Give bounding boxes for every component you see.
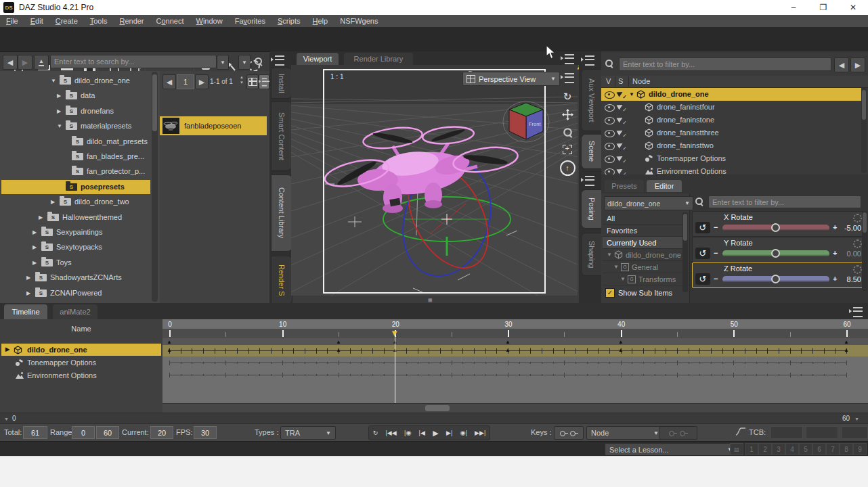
page-next-button[interactable]: ▶ <box>195 74 209 89</box>
timeline-name-environment-options[interactable]: Environment Options <box>1 369 161 381</box>
thumb-size-stepper[interactable]: ▲▼ <box>238 74 245 88</box>
selectability-cursor-icon[interactable] <box>617 154 626 162</box>
scene-node-drone-faninstthree[interactable]: drone_faninstthree <box>601 126 861 139</box>
menu-help[interactable]: Help <box>307 17 334 25</box>
tree-item-data[interactable]: ▶Sdata <box>1 89 150 103</box>
gear-icon[interactable] <box>853 214 862 223</box>
selectability-cursor-icon[interactable] <box>617 103 626 111</box>
list-view-button[interactable] <box>259 74 269 89</box>
selectability-cursor-icon[interactable] <box>617 90 626 98</box>
slider-handle[interactable] <box>771 223 780 232</box>
gear-icon[interactable] <box>853 239 862 248</box>
next-key-button[interactable]: ◉| <box>460 430 467 436</box>
slider-track[interactable] <box>722 250 829 257</box>
tree-item-posepresets[interactable]: Sposepresets <box>1 180 150 194</box>
nav-back-button[interactable]: ◀ <box>3 55 18 70</box>
param-group-favorites[interactable]: Favorites <box>603 225 687 237</box>
scene-back-button[interactable]: ◀ <box>834 57 849 72</box>
step-forward-button[interactable]: ▶| <box>446 430 452 436</box>
scene-scrollbar[interactable] <box>861 88 867 173</box>
slider-track[interactable] <box>722 225 829 231</box>
reset-view-icon[interactable]: ↑ <box>559 160 576 176</box>
tree-scrollbar-thumb[interactable] <box>152 74 157 131</box>
range-start-handle[interactable]: ▼ <box>4 417 9 421</box>
tree-item-shadowyartszcnarts[interactable]: ▶SShadowyartsZCNArts <box>1 271 150 285</box>
key-edit-buttons[interactable] <box>659 426 697 440</box>
tab-install[interactable]: Install <box>271 68 292 99</box>
track-options-0[interactable] <box>162 358 868 367</box>
visibility-eye-icon[interactable] <box>605 156 615 163</box>
timeline-name-tonemapper-options[interactable]: Tonemapper Options <box>1 356 161 369</box>
tree-item-zcnaipowered[interactable]: ▶SZCNAIPowered <box>1 286 150 300</box>
menu-file[interactable]: File <box>0 17 24 25</box>
tree-item-fan-blades-pre[interactable]: Sfan_blades_pre... <box>1 149 150 164</box>
show-sub-items-checkbox[interactable]: ✓Show Sub Items <box>603 287 685 298</box>
slider-handle[interactable] <box>771 275 780 283</box>
search-options-dropdown[interactable]: ▼ <box>238 55 251 70</box>
tab-timeline[interactable]: Timeline <box>4 304 47 319</box>
tab-render-library[interactable]: Render Library <box>344 53 413 65</box>
tree-item-dildo-drone-one[interactable]: ▼Sdildo_drone_one <box>1 74 150 88</box>
tree-item-sexypaintings[interactable]: ▶SSexypaintings <box>1 225 150 239</box>
param-tree-dildo-drone-one[interactable]: ▼dildo_drone_one <box>603 249 687 261</box>
menu-connect[interactable]: Connect <box>150 17 190 25</box>
lesson-number-1[interactable]: 1 <box>745 443 758 455</box>
param-tree-general[interactable]: ▼GGeneral <box>603 261 693 273</box>
visibility-eye-icon[interactable] <box>605 104 615 112</box>
page-prev-button[interactable]: ◀ <box>162 74 176 89</box>
tcb-b-field[interactable] <box>841 426 868 439</box>
tree-item-sexytoypacks[interactable]: ▶SSexytoypacks <box>1 240 150 254</box>
tab-viewport[interactable]: Viewport <box>297 53 339 65</box>
key-create-buttons[interactable] <box>554 426 584 440</box>
visibility-eye-icon[interactable] <box>605 117 615 124</box>
timeline-track-area[interactable]: 0102030405060▲▲▲▲▲▲▲▲▲▲▲▲▼ <box>162 319 868 403</box>
param-scrollbar[interactable] <box>862 211 867 291</box>
timeline-pane-menu-icon[interactable] <box>853 307 863 319</box>
tree-item-dronefans[interactable]: ▶Sdronefans <box>1 104 150 118</box>
scene-filter-icon[interactable] <box>605 59 613 69</box>
menu-scripts[interactable]: Scripts <box>272 17 307 25</box>
param-filter-icon[interactable] <box>695 197 703 207</box>
minimize-button[interactable]: – <box>779 0 808 15</box>
scene-node-drone-faninstone[interactable]: drone_faninstone <box>601 114 861 126</box>
slider-minus-button[interactable]: − <box>714 223 718 231</box>
slider-handle[interactable] <box>771 249 780 258</box>
slider-value[interactable]: 8.50 <box>847 275 861 283</box>
grid-view-button[interactable] <box>246 74 259 89</box>
timeline-ruler[interactable] <box>162 329 868 338</box>
menu-create[interactable]: Create <box>49 17 84 25</box>
scene-node-dildo-drone-one[interactable]: ▼dildo_drone_one <box>601 88 861 101</box>
tab-scene[interactable]: Scene <box>581 134 603 169</box>
key-node-dropdown[interactable]: Node▼ <box>586 426 664 440</box>
playhead-marker[interactable]: ▼ <box>390 328 399 338</box>
range-end-value[interactable]: 60 <box>96 426 119 439</box>
frame-view-icon[interactable] <box>559 142 576 157</box>
tab-editor[interactable]: Editor <box>647 180 682 192</box>
param-group-currently-used[interactable]: Currently Used <box>603 237 687 249</box>
loop-button[interactable]: ↻ <box>373 430 378 436</box>
expand-arrow[interactable]: ▶ <box>5 346 9 352</box>
tab-animate2[interactable]: aniMate2 <box>53 304 97 319</box>
restore-button[interactable]: ❐ <box>808 0 838 15</box>
range-end-handle[interactable]: ▼ <box>854 417 859 421</box>
fps-value[interactable]: 30 <box>194 426 217 439</box>
lesson-number-9[interactable]: 9 <box>853 443 867 455</box>
scene-node-tonemapper-options[interactable]: Tonemapper Options <box>601 152 861 165</box>
interpolation-curve-icon[interactable] <box>735 427 746 436</box>
scene-pane-menu-icon[interactable] <box>585 55 594 67</box>
menu-render[interactable]: Render <box>113 17 150 25</box>
search-history-dropdown[interactable]: ▼ <box>217 55 229 70</box>
scene-forward-button[interactable]: ▶ <box>850 57 865 72</box>
visibility-eye-icon[interactable] <box>605 143 615 150</box>
keyframe-summary-strip[interactable]: ▲▲▲▲▲▲ <box>162 338 868 345</box>
camera-view-dropdown[interactable]: Perspective View ▼ <box>462 72 560 86</box>
tree-scrollbar[interactable] <box>152 72 158 302</box>
page-number[interactable]: 1 <box>177 74 194 89</box>
viewport-pane-menu-icon[interactable] <box>565 54 574 66</box>
viewport-options-menu-icon[interactable] <box>565 73 574 85</box>
menu-edit[interactable]: Edit <box>24 17 49 25</box>
scene-filter-input[interactable] <box>619 57 831 71</box>
tcb-c-field[interactable] <box>806 426 838 439</box>
gear-icon[interactable] <box>853 265 862 274</box>
selectability-cursor-icon[interactable] <box>617 116 626 124</box>
